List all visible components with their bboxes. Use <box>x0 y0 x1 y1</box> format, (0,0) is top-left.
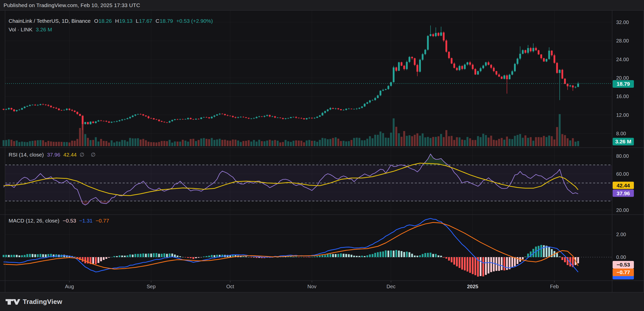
published-chart-page: Published on TradingView.com, Feb 10, 20… <box>0 0 644 311</box>
tradingview-logo[interactable]: TradingView <box>6 298 62 306</box>
footer-bar: TradingView <box>0 293 644 311</box>
chart-canvas[interactable] <box>0 0 644 311</box>
tradingview-mark-icon <box>6 299 20 305</box>
logo-text: TradingView <box>23 298 62 306</box>
